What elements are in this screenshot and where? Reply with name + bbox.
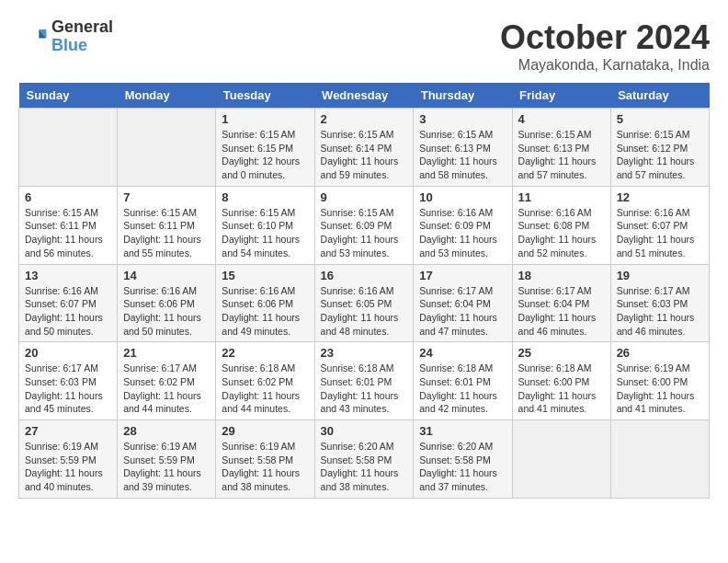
day-info: Sunrise: 6:15 AM Sunset: 6:09 PM Dayligh… bbox=[321, 206, 408, 260]
calendar-cell: 27Sunrise: 6:19 AM Sunset: 5:59 PM Dayli… bbox=[19, 420, 118, 499]
calendar-table: SundayMondayTuesdayWednesdayThursdayFrid… bbox=[18, 83, 710, 499]
weekday-header: Thursday bbox=[414, 83, 512, 109]
calendar-cell: 18Sunrise: 6:17 AM Sunset: 6:04 PM Dayli… bbox=[512, 264, 610, 342]
weekday-header: Monday bbox=[118, 83, 216, 109]
weekday-header: Friday bbox=[512, 83, 610, 109]
day-number: 4 bbox=[518, 112, 605, 126]
day-number: 22 bbox=[222, 346, 308, 360]
calendar-cell: 22Sunrise: 6:18 AM Sunset: 6:02 PM Dayli… bbox=[216, 342, 314, 420]
day-number: 31 bbox=[419, 424, 506, 438]
day-info: Sunrise: 6:16 AM Sunset: 6:07 PM Dayligh… bbox=[25, 284, 111, 339]
calendar-week-row: 20Sunrise: 6:17 AM Sunset: 6:03 PM Dayli… bbox=[19, 342, 710, 420]
calendar-cell bbox=[512, 420, 610, 499]
calendar-cell: 12Sunrise: 6:16 AM Sunset: 6:07 PM Dayli… bbox=[610, 186, 709, 264]
calendar-cell: 7Sunrise: 6:15 AM Sunset: 6:11 PM Daylig… bbox=[118, 186, 216, 264]
day-number: 7 bbox=[123, 190, 210, 204]
calendar-cell: 15Sunrise: 6:16 AM Sunset: 6:06 PM Dayli… bbox=[216, 264, 314, 342]
day-info: Sunrise: 6:15 AM Sunset: 6:11 PM Dayligh… bbox=[123, 206, 210, 260]
day-info: Sunrise: 6:15 AM Sunset: 6:14 PM Dayligh… bbox=[321, 128, 408, 182]
calendar-cell: 19Sunrise: 6:17 AM Sunset: 6:03 PM Dayli… bbox=[610, 264, 709, 342]
logo-blue: Blue bbox=[51, 37, 113, 55]
logo-text: General Blue bbox=[51, 18, 113, 55]
day-number: 24 bbox=[419, 346, 506, 360]
day-number: 16 bbox=[321, 269, 408, 282]
calendar-cell: 3Sunrise: 6:15 AM Sunset: 6:13 PM Daylig… bbox=[414, 109, 512, 187]
day-info: Sunrise: 6:17 AM Sunset: 6:04 PM Dayligh… bbox=[518, 284, 605, 339]
day-number: 17 bbox=[419, 269, 506, 282]
day-info: Sunrise: 6:15 AM Sunset: 6:10 PM Dayligh… bbox=[222, 206, 308, 260]
logo: General Blue bbox=[18, 18, 113, 55]
day-info: Sunrise: 6:18 AM Sunset: 6:01 PM Dayligh… bbox=[321, 362, 408, 416]
day-info: Sunrise: 6:19 AM Sunset: 5:58 PM Dayligh… bbox=[222, 440, 308, 494]
day-number: 23 bbox=[321, 346, 408, 360]
calendar-week-row: 6Sunrise: 6:15 AM Sunset: 6:11 PM Daylig… bbox=[19, 186, 710, 264]
day-info: Sunrise: 6:16 AM Sunset: 6:08 PM Dayligh… bbox=[518, 206, 605, 260]
day-number: 13 bbox=[25, 269, 111, 282]
calendar-cell: 14Sunrise: 6:16 AM Sunset: 6:06 PM Dayli… bbox=[118, 264, 216, 342]
day-info: Sunrise: 6:17 AM Sunset: 6:04 PM Dayligh… bbox=[419, 284, 506, 339]
day-number: 14 bbox=[123, 269, 210, 282]
day-number: 8 bbox=[222, 190, 308, 204]
day-info: Sunrise: 6:15 AM Sunset: 6:13 PM Dayligh… bbox=[518, 128, 605, 182]
day-number: 10 bbox=[419, 190, 506, 204]
calendar-cell: 28Sunrise: 6:19 AM Sunset: 5:59 PM Dayli… bbox=[118, 420, 216, 499]
day-info: Sunrise: 6:15 AM Sunset: 6:12 PM Dayligh… bbox=[617, 128, 703, 182]
day-number: 11 bbox=[518, 190, 605, 204]
day-info: Sunrise: 6:17 AM Sunset: 6:03 PM Dayligh… bbox=[617, 284, 703, 339]
calendar-cell: 25Sunrise: 6:18 AM Sunset: 6:00 PM Dayli… bbox=[512, 342, 610, 420]
calendar-cell: 31Sunrise: 6:20 AM Sunset: 5:58 PM Dayli… bbox=[414, 420, 512, 499]
day-info: Sunrise: 6:18 AM Sunset: 6:00 PM Dayligh… bbox=[518, 362, 605, 416]
day-info: Sunrise: 6:17 AM Sunset: 6:02 PM Dayligh… bbox=[123, 362, 210, 416]
calendar-cell: 23Sunrise: 6:18 AM Sunset: 6:01 PM Dayli… bbox=[314, 342, 414, 420]
calendar-cell bbox=[118, 109, 216, 187]
day-number: 1 bbox=[222, 112, 308, 126]
logo-general: General bbox=[51, 18, 113, 37]
calendar-week-row: 1Sunrise: 6:15 AM Sunset: 6:15 PM Daylig… bbox=[19, 109, 710, 187]
calendar-cell: 9Sunrise: 6:15 AM Sunset: 6:09 PM Daylig… bbox=[314, 186, 414, 264]
day-number: 6 bbox=[25, 190, 111, 204]
calendar-cell: 16Sunrise: 6:16 AM Sunset: 6:05 PM Dayli… bbox=[314, 264, 414, 342]
day-number: 27 bbox=[25, 424, 111, 438]
day-number: 30 bbox=[321, 424, 408, 438]
day-info: Sunrise: 6:20 AM Sunset: 5:58 PM Dayligh… bbox=[419, 440, 506, 494]
day-info: Sunrise: 6:15 AM Sunset: 6:15 PM Dayligh… bbox=[222, 128, 308, 182]
location-title: Mayakonda, Karnataka, India bbox=[500, 57, 710, 74]
day-number: 25 bbox=[518, 346, 605, 360]
day-number: 9 bbox=[321, 190, 408, 204]
calendar-cell: 10Sunrise: 6:16 AM Sunset: 6:09 PM Dayli… bbox=[414, 186, 512, 264]
calendar-cell: 2Sunrise: 6:15 AM Sunset: 6:14 PM Daylig… bbox=[314, 109, 414, 187]
day-info: Sunrise: 6:15 AM Sunset: 6:11 PM Dayligh… bbox=[25, 206, 111, 260]
calendar-cell: 26Sunrise: 6:19 AM Sunset: 6:00 PM Dayli… bbox=[610, 342, 709, 420]
calendar-cell: 6Sunrise: 6:15 AM Sunset: 6:11 PM Daylig… bbox=[19, 186, 118, 264]
day-info: Sunrise: 6:17 AM Sunset: 6:03 PM Dayligh… bbox=[25, 362, 111, 416]
day-number: 21 bbox=[123, 346, 210, 360]
calendar-cell bbox=[19, 109, 118, 187]
day-number: 20 bbox=[25, 346, 111, 360]
calendar-cell: 5Sunrise: 6:15 AM Sunset: 6:12 PM Daylig… bbox=[610, 109, 709, 187]
day-number: 12 bbox=[617, 190, 703, 204]
day-info: Sunrise: 6:16 AM Sunset: 6:09 PM Dayligh… bbox=[419, 206, 506, 260]
day-number: 18 bbox=[518, 269, 605, 282]
day-number: 28 bbox=[123, 424, 210, 438]
calendar-cell: 24Sunrise: 6:18 AM Sunset: 6:01 PM Dayli… bbox=[414, 342, 512, 420]
weekday-header: Wednesday bbox=[314, 83, 414, 109]
weekday-header: Tuesday bbox=[216, 83, 314, 109]
calendar-cell: 29Sunrise: 6:19 AM Sunset: 5:58 PM Dayli… bbox=[216, 420, 314, 499]
weekday-header-row: SundayMondayTuesdayWednesdayThursdayFrid… bbox=[19, 83, 710, 109]
calendar-cell bbox=[610, 420, 709, 499]
calendar-cell: 11Sunrise: 6:16 AM Sunset: 6:08 PM Dayli… bbox=[512, 186, 610, 264]
calendar-cell: 17Sunrise: 6:17 AM Sunset: 6:04 PM Dayli… bbox=[414, 264, 512, 342]
day-info: Sunrise: 6:18 AM Sunset: 6:02 PM Dayligh… bbox=[222, 362, 308, 416]
title-block: October 2024 Mayakonda, Karnataka, India bbox=[500, 18, 710, 74]
day-number: 3 bbox=[419, 112, 506, 126]
day-number: 29 bbox=[222, 424, 308, 438]
day-number: 19 bbox=[617, 269, 703, 282]
day-info: Sunrise: 6:16 AM Sunset: 6:05 PM Dayligh… bbox=[321, 284, 408, 339]
weekday-header: Sunday bbox=[19, 83, 118, 109]
day-number: 15 bbox=[222, 269, 308, 282]
calendar-cell: 13Sunrise: 6:16 AM Sunset: 6:07 PM Dayli… bbox=[19, 264, 118, 342]
day-number: 5 bbox=[617, 112, 703, 126]
day-info: Sunrise: 6:20 AM Sunset: 5:58 PM Dayligh… bbox=[321, 440, 408, 494]
calendar-cell: 4Sunrise: 6:15 AM Sunset: 6:13 PM Daylig… bbox=[512, 109, 610, 187]
day-info: Sunrise: 6:16 AM Sunset: 6:07 PM Dayligh… bbox=[617, 206, 703, 260]
